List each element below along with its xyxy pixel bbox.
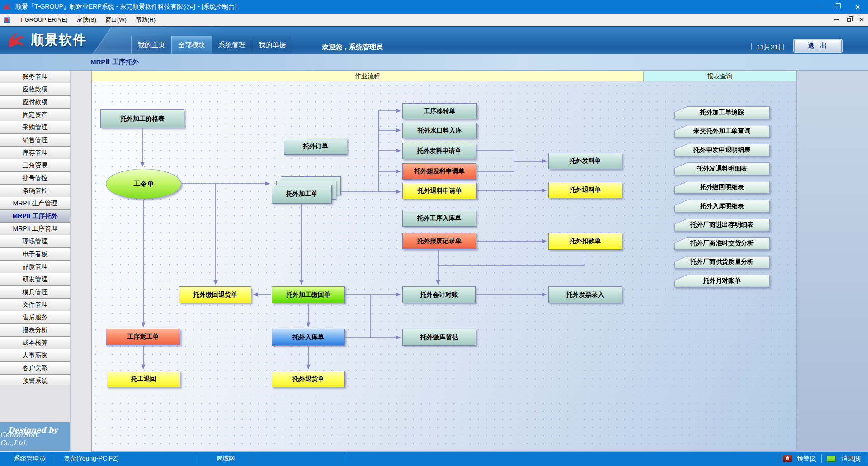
report-button-label: 托外申发申退明细表 xyxy=(675,144,769,156)
flow-edge-6 xyxy=(378,111,400,192)
nav-tab-2[interactable]: 系统管理 xyxy=(212,36,252,54)
sidebar-item-3[interactable]: 固定资产 xyxy=(0,109,70,121)
sidebar-item-14[interactable]: 电子看板 xyxy=(0,248,70,261)
node-work-order[interactable]: 工令单 xyxy=(106,169,181,199)
menu-item-2[interactable]: 窗口(W) xyxy=(101,14,131,26)
node-storage-estimate[interactable]: 托外缴库暂估 xyxy=(402,329,476,346)
mdi-minimize-button[interactable] xyxy=(830,14,843,25)
sidebar-item-13[interactable]: 现场管理 xyxy=(0,235,70,248)
status-separator xyxy=(197,454,197,463)
sidebar-item-22[interactable]: 人事薪资 xyxy=(0,349,70,362)
designed-by-panel: Designed by CenterSoft Co.,Ltd. xyxy=(0,422,70,451)
sidebar-item-2[interactable]: 应付款项 xyxy=(0,96,70,109)
sidebar-item-15[interactable]: 品质管理 xyxy=(0,261,70,273)
restore-icon xyxy=(835,5,839,9)
sidebar-item-1[interactable]: 应收款项 xyxy=(0,83,70,96)
node-invoice-entry[interactable]: 托外发票录入 xyxy=(548,286,622,303)
mdi-minimize-icon xyxy=(834,19,839,20)
report-button-1[interactable]: 未交托外加工单查询 xyxy=(674,125,770,138)
node-over-issue-apply[interactable]: 托外超发料申请单 xyxy=(402,163,476,180)
sidebar-item-9[interactable]: 条码管控 xyxy=(0,185,70,197)
report-button-8[interactable]: 托外厂商供货质量分析 xyxy=(674,256,770,268)
node-price-list[interactable]: 托外加工价格表 xyxy=(100,109,184,128)
status-message[interactable]: 消息[9] xyxy=(841,455,861,463)
node-scrap-record[interactable]: 托外报废记录单 xyxy=(402,233,476,249)
menu-item-3[interactable]: 帮助(H) xyxy=(131,14,160,26)
report-button-label: 托外缴回明细表 xyxy=(675,181,769,193)
report-button-7[interactable]: 托外厂商准时交货分析 xyxy=(674,237,770,250)
report-button-4[interactable]: 托外缴回明细表 xyxy=(674,181,770,194)
menu-items: T-GROUP ERP(E)皮肤(S)窗口(W)帮助(H) xyxy=(15,14,160,26)
sidebar-item-24[interactable]: 预警系统 xyxy=(0,375,70,387)
report-button-6[interactable]: 托外厂商进出存明细表 xyxy=(674,219,770,231)
report-button-2[interactable]: 托外申发申退明细表 xyxy=(674,144,770,157)
nav-tab-0[interactable]: 我的主页 xyxy=(131,36,171,54)
sidebar-item-6[interactable]: 库存管理 xyxy=(0,147,70,159)
minimize-button[interactable] xyxy=(806,0,826,14)
sidebar-item-21[interactable]: 成本核算 xyxy=(0,337,70,349)
report-button-label: 未交托外加工单查询 xyxy=(675,125,769,137)
mdi-restore-icon xyxy=(847,18,851,22)
menu-item-0[interactable]: T-GROUP ERP(E) xyxy=(15,14,72,26)
node-accounting[interactable]: 托外会计对账 xyxy=(402,286,476,303)
close-button[interactable]: ✕ xyxy=(847,0,868,14)
menu-item-1[interactable]: 皮肤(S) xyxy=(72,14,101,26)
node-issue-apply[interactable]: 托外发料申请单 xyxy=(402,143,476,159)
sidebar-item-10[interactable]: MRPⅡ 生产管理 xyxy=(0,197,70,210)
report-button-label: 托外厂商准时交货分析 xyxy=(675,238,769,249)
node-deduction-note[interactable]: 托外扣款单 xyxy=(548,233,622,250)
sidebar: 账务管理应收款项应付款项固定资产采购管理销售管理库存管理三角贸易批号管控条码管控… xyxy=(0,71,71,452)
nav-tab-3[interactable]: 我的单据 xyxy=(252,36,292,54)
page-title: MRPⅡ 工序托外 xyxy=(90,58,139,67)
brand-logo-text: 顺景软件 xyxy=(31,31,87,49)
brand-logo-icon xyxy=(6,30,26,50)
node-return-apply[interactable]: 托外退料申请单 xyxy=(402,183,477,199)
node-transfer-note[interactable]: 工序移转单 xyxy=(402,103,477,119)
report-button-5[interactable]: 托外入库明细表 xyxy=(674,200,770,213)
alert-icon xyxy=(783,455,792,462)
node-warehouse-in[interactable]: 托外入库单 xyxy=(272,329,345,346)
status-separator xyxy=(866,454,866,463)
node-issue-note[interactable]: 托外发料单 xyxy=(548,153,622,169)
sidebar-item-7[interactable]: 三角贸易 xyxy=(0,159,70,172)
sidebar-item-20[interactable]: 报表分析 xyxy=(0,324,70,337)
status-alert[interactable]: 预警[2] xyxy=(797,455,817,463)
node-return-note[interactable]: 托外退料单 xyxy=(548,182,622,198)
sidebar-item-4[interactable]: 采购管理 xyxy=(0,121,70,134)
subheader: MRPⅡ 工序托外 xyxy=(0,54,868,71)
report-button-3[interactable]: 托外发退料明细表 xyxy=(674,162,770,175)
node-rework-order[interactable]: 工序返工单 xyxy=(106,329,180,345)
report-button-label: 托外入库明细表 xyxy=(675,200,769,212)
node-process-order[interactable]: 托外加工单 xyxy=(272,185,332,204)
mdi-close-button[interactable]: ✕ xyxy=(855,14,868,25)
report-button-9[interactable]: 托外月对账单 xyxy=(674,275,770,287)
sidebar-item-23[interactable]: 客户关系 xyxy=(0,362,70,375)
flow-canvas: 托外加工价格表工令单托外订单托外加工单工序移转单托外水口料入库托外发料申请单托外… xyxy=(91,81,797,452)
report-button-label: 托外月对账单 xyxy=(675,275,769,287)
sidebar-item-16[interactable]: 研发管理 xyxy=(0,273,70,286)
mdi-child-icon xyxy=(4,17,10,23)
node-process-return[interactable]: 托外加工缴回单 xyxy=(272,286,345,303)
header-banner: 顺景软件 我的主页全部模块系统管理我的单据 欢迎您，系统管理员 | 11月21日… xyxy=(0,26,868,54)
node-work-return[interactable]: 托工退回 xyxy=(107,371,180,387)
sidebar-item-8[interactable]: 批号管控 xyxy=(0,172,70,185)
minimize-icon xyxy=(814,7,819,7)
nav-tab-1[interactable]: 全部模块 xyxy=(171,36,212,54)
node-return-goods[interactable]: 托外缴回退货单 xyxy=(179,286,251,303)
sidebar-item-19[interactable]: 售后服务 xyxy=(0,311,70,324)
mdi-restore-button[interactable] xyxy=(843,14,855,25)
sidebar-item-17[interactable]: 模具管理 xyxy=(0,286,70,299)
sidebar-item-12[interactable]: MRPⅡ 工序管理 xyxy=(0,223,70,235)
exit-button[interactable]: 退 出 xyxy=(794,40,842,52)
report-button-0[interactable]: 托外加工单追踪 xyxy=(674,106,770,119)
erp-window: 顺景『T-GROUP』制造业ERP系统 - 东莞顺景软件科技有限公司 - [系统… xyxy=(0,0,868,466)
sidebar-item-18[interactable]: 文件管理 xyxy=(0,299,70,311)
node-outsource-order[interactable]: 托外订单 xyxy=(284,138,347,155)
sidebar-item-11[interactable]: MRPⅡ 工序托外 xyxy=(0,210,70,223)
restore-button[interactable] xyxy=(826,0,847,14)
node-sprue-in[interactable]: 托外水口料入库 xyxy=(402,123,477,138)
node-process-in[interactable]: 托外工序入库单 xyxy=(402,210,476,227)
sidebar-item-0[interactable]: 账务管理 xyxy=(0,71,70,83)
node-outsource-return[interactable]: 托外退货单 xyxy=(272,371,345,387)
sidebar-item-5[interactable]: 销售管理 xyxy=(0,134,70,147)
